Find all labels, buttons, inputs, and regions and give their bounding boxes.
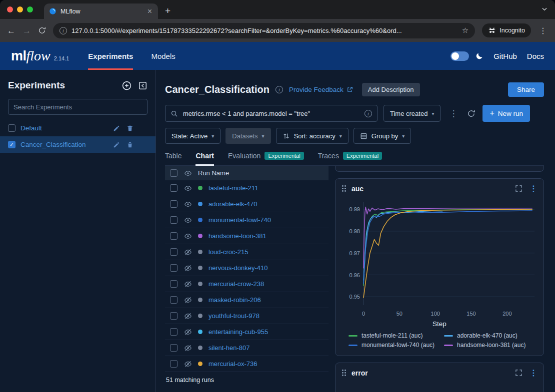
close-window-button[interactable] [7,6,13,12]
run-checkbox[interactable] [170,360,178,368]
experiment-checkbox[interactable] [8,124,16,132]
eye-off-icon[interactable] [184,312,192,320]
refresh-icon[interactable] [466,109,476,118]
run-name-link[interactable]: youthful-trout-978 [208,312,260,320]
run-name-link[interactable]: mercurial-ox-736 [208,360,258,368]
new-tab-button[interactable]: + [165,6,170,15]
tab-close-icon[interactable]: × [146,7,153,15]
legend-item[interactable]: handsome-loon-381 (auc) [444,342,536,349]
run-checkbox[interactable] [170,312,178,320]
edit-experiment-icon[interactable] [113,125,120,132]
back-icon[interactable]: ← [7,26,16,35]
drag-handle-icon[interactable] [342,185,346,192]
eye-icon[interactable] [184,216,192,224]
experiment-name[interactable]: Default [20,124,108,132]
run-name-link[interactable]: nervous-donkey-410 [208,264,268,272]
run-name-link[interactable]: masked-robin-206 [208,296,261,304]
delete-experiment-icon[interactable] [126,125,134,132]
legend-item[interactable]: tasteful-mole-211 (auc) [348,332,440,339]
expand-chart-icon[interactable] [515,369,522,377]
drag-handle-icon[interactable] [342,369,346,377]
run-search-input[interactable] [182,109,360,118]
zoom-window-button[interactable] [27,6,33,12]
provide-feedback-link[interactable]: Provide Feedback [289,86,353,93]
url-text[interactable]: 127.0.0.1:5000/#/experiments/15178733352… [72,27,453,34]
eye-icon[interactable] [184,184,192,192]
new-run-button[interactable]: + New run [482,105,530,122]
tab-evaluation[interactable]: Evaluation Experimental [228,152,304,166]
experiment-info-icon[interactable]: i [276,86,283,93]
run-name-link[interactable]: mercurial-crow-238 [208,280,264,288]
tab-traces[interactable]: Traces Experimental [318,152,382,166]
run-name-link[interactable]: entertaining-cub-955 [208,328,268,336]
eye-icon[interactable] [184,200,192,208]
state-filter-dropdown[interactable]: State: Active ▾ [165,128,220,144]
add-description-button[interactable]: Add Description [362,83,420,96]
reload-icon[interactable] [38,26,46,34]
group-by-dropdown[interactable]: Group by ▾ [354,128,412,144]
nav-experiments[interactable]: Experiments [88,42,133,70]
query-info-icon[interactable]: i [364,110,372,117]
forward-icon[interactable]: → [22,26,31,35]
expand-chart-icon[interactable] [515,185,522,192]
run-checkbox[interactable] [170,344,178,352]
minimize-window-button[interactable] [17,6,23,12]
datasets-dropdown[interactable]: Datasets ▾ [226,128,270,144]
eye-off-icon[interactable] [184,360,192,368]
add-experiment-icon[interactable] [122,80,132,91]
run-name-link[interactable]: silent-hen-807 [208,344,250,352]
overflow-menu-icon[interactable]: ⋮ [446,108,460,119]
tab-table[interactable]: Table [165,152,182,166]
eye-off-icon[interactable] [184,344,192,352]
delete-experiment-icon[interactable] [126,141,134,148]
run-checkbox[interactable] [170,184,178,192]
bookmark-star-icon[interactable]: ☆ [458,26,473,35]
eye-off-icon[interactable] [184,296,192,304]
tab-search-chevron-icon[interactable] [541,5,548,12]
run-checkbox[interactable] [170,248,178,256]
experiment-row[interactable]: Default [0,120,156,136]
run-checkbox[interactable] [170,328,178,336]
experiment-row[interactable]: ✓ Cancer_Classification [0,136,156,153]
run-checkbox[interactable] [170,264,178,272]
chart-menu-icon[interactable]: ⋮ [530,184,538,193]
time-created-dropdown[interactable]: Time created ▾ [384,105,440,122]
sort-dropdown[interactable]: Sort: accuracy ▾ [276,128,348,144]
run-name-link[interactable]: tasteful-mole-211 [208,184,258,192]
select-all-checkbox[interactable] [170,169,178,177]
nav-models[interactable]: Models [151,42,175,70]
run-checkbox[interactable] [170,216,178,224]
mlflow-logo[interactable]: ml flow 2.14.1 [11,48,69,64]
eye-off-icon[interactable] [184,328,192,336]
run-name-link[interactable]: adorable-elk-470 [208,200,258,208]
run-checkbox[interactable] [170,280,178,288]
search-experiments-input[interactable] [8,99,148,115]
eye-off-icon[interactable] [184,264,192,272]
legend-item[interactable]: monumental-fowl-740 (auc) [348,342,440,349]
theme-toggle[interactable] [450,51,469,61]
url-bar[interactable]: i 127.0.0.1:5000/#/experiments/151787333… [53,23,475,38]
eye-off-icon[interactable] [184,248,192,256]
run-search-box[interactable]: i [165,105,378,122]
experiment-name[interactable]: Cancer_Classification [20,141,108,148]
run-checkbox[interactable] [170,232,178,240]
collapse-sidebar-icon[interactable] [138,81,148,90]
run-name-link[interactable]: handsome-loon-381 [208,232,266,240]
eye-off-icon[interactable] [184,280,192,288]
run-name-link[interactable]: loud-croc-215 [208,248,248,256]
share-button[interactable]: Share [508,82,544,97]
run-name-link[interactable]: monumental-fowl-740 [208,216,271,224]
browser-menu-icon[interactable]: ⋮ [538,26,548,35]
edit-experiment-icon[interactable] [113,141,120,148]
browser-tab[interactable]: MLflow × [44,3,158,19]
eye-icon[interactable] [184,169,192,177]
tab-chart[interactable]: Chart [196,152,214,166]
chart-menu-icon[interactable]: ⋮ [530,368,538,378]
experiment-checkbox[interactable]: ✓ [8,141,16,148]
github-link[interactable]: GitHub [494,52,517,60]
run-checkbox[interactable] [170,200,178,208]
site-info-icon[interactable]: i [60,27,67,34]
charts-panel[interactable]: auc ⋮ 0.950.960.970.980.99050100150200 S… [335,166,544,392]
legend-item[interactable]: adorable-elk-470 (auc) [444,332,536,339]
docs-link[interactable]: Docs [527,52,544,60]
